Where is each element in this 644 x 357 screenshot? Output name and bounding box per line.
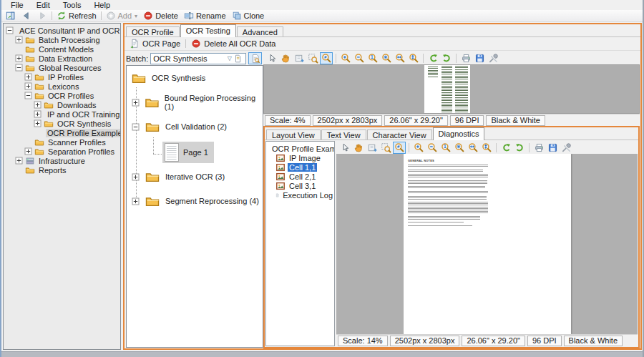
tree-expander-minus-icon[interactable] — [6, 26, 14, 34]
batch-tree-item[interactable]: Bound Region Processing (1) — [127, 93, 263, 112]
zoom-fit-height-button[interactable] — [480, 142, 493, 154]
batch-tree-item[interactable]: Segment Reprocessing (4) — [127, 192, 263, 210]
nav-tree-item[interactable]: OCR Profile Example — [4, 128, 120, 137]
zoom-actual-button[interactable]: 1 — [366, 52, 379, 64]
nav-tree-item[interactable]: ACE Consultant IP and OCR — [4, 26, 120, 35]
rotate-ccw-button[interactable] — [426, 52, 439, 64]
tab-ocr-testing[interactable]: OCR Testing — [180, 24, 236, 37]
zoom-in-button[interactable] — [412, 142, 425, 154]
diagnostics-tree-item[interactable]: IP Image — [268, 153, 334, 162]
save-button[interactable] — [546, 142, 559, 154]
tab-diagnostics[interactable]: Diagnostics — [433, 127, 485, 140]
tab-text-view[interactable]: Text View — [321, 129, 366, 140]
navigate-panel-button[interactable] — [3, 11, 19, 21]
pan-button[interactable] — [279, 52, 292, 64]
menu-tools[interactable]: Tools — [57, 0, 88, 10]
delete-button[interactable]: Delete — [140, 11, 181, 21]
ocr-page-button[interactable]: OCR Page — [127, 39, 182, 49]
nav-tree-item[interactable]: Reports — [4, 165, 120, 175]
nav-tree-item[interactable]: OCR Synthesis — [4, 119, 120, 128]
nav-tree-item[interactable]: IP and OCR Training — [4, 109, 120, 119]
tree-expander-plus-icon[interactable] — [132, 173, 140, 181]
refresh-button[interactable]: Refresh — [54, 11, 99, 21]
save-button[interactable] — [473, 52, 486, 64]
batch-tree-item[interactable]: Iterative OCR (3) — [127, 167, 263, 186]
nav-tree-item[interactable]: OCR Profiles — [4, 91, 120, 100]
diagnostics-tree-item[interactable]: Cell 3,1 — [268, 181, 334, 190]
tree-expander-minus-icon[interactable] — [24, 92, 32, 99]
batch-picker-icon[interactable] — [233, 54, 243, 64]
back-button[interactable] — [19, 11, 34, 21]
document-page[interactable]: GENERAL NOTES — [404, 154, 571, 334]
rotate-cw-button[interactable] — [440, 52, 453, 64]
pointer-button[interactable] — [265, 52, 278, 64]
tab-ocr-profile[interactable]: OCR Profile — [126, 26, 180, 37]
batch-filter-icon[interactable]: ▽ — [228, 55, 232, 62]
zoom-fit-button[interactable] — [380, 52, 393, 64]
nav-tree-item[interactable]: Scanner Profiles — [4, 137, 120, 147]
nav-tree-item[interactable]: Data Extraction — [4, 54, 120, 63]
tree-expander-plus-icon[interactable] — [132, 197, 140, 205]
tree-expander-plus-icon[interactable] — [34, 119, 42, 127]
zoom-fit-height-button[interactable] — [407, 52, 420, 64]
diagnostics-tree-item[interactable]: OCR Profile Example — [268, 144, 334, 153]
tree-expander-plus-icon[interactable] — [34, 110, 42, 118]
zoom-fit-button[interactable] — [453, 142, 466, 154]
tree-expander-minus-icon[interactable] — [132, 123, 140, 131]
nav-tree-item[interactable]: Downloads — [4, 100, 120, 109]
tree-expander-plus-icon[interactable] — [24, 147, 32, 155]
diagnostics-tree-item[interactable]: Cell 2,1 — [268, 172, 334, 181]
tree-expander-plus-icon[interactable] — [34, 101, 42, 109]
nav-tree-item[interactable]: Infrastructure — [4, 156, 120, 165]
zoom-fit-width-button[interactable] — [394, 52, 406, 64]
batch-combobox[interactable]: OCR Synthesis ▽ — [150, 53, 246, 64]
rotate-ccw-button[interactable] — [499, 142, 512, 154]
tab-character-view[interactable]: Character View — [367, 129, 432, 140]
zoom-actual-button[interactable]: 1 — [439, 142, 452, 154]
batch-tree-item[interactable]: Cell Validation (2) — [127, 117, 263, 136]
zoom-in-button[interactable] — [339, 52, 352, 64]
page-details-toggle-button[interactable] — [248, 52, 262, 64]
settings-button[interactable] — [487, 52, 499, 64]
pointer-button[interactable] — [338, 142, 351, 154]
zoom-dynamic-button[interactable] — [393, 142, 406, 154]
zoom-marquee-button[interactable] — [379, 142, 392, 154]
nav-tree-item[interactable]: IP Profiles — [4, 72, 120, 82]
tree-expander-plus-icon[interactable] — [132, 99, 140, 107]
settings-button[interactable] — [560, 142, 572, 154]
tree-expander-plus-icon[interactable] — [15, 36, 23, 44]
select-region-button[interactable] — [366, 142, 379, 154]
tab-layout-view[interactable]: Layout View — [266, 129, 321, 140]
tree-expander-plus-icon[interactable] — [15, 54, 23, 62]
delete-all-ocr-data-button[interactable]: Delete All OCR Data — [189, 39, 278, 49]
zoom-out-button[interactable] — [353, 52, 366, 64]
menu-file[interactable]: File — [4, 0, 30, 10]
zoom-marquee-button[interactable] — [306, 52, 319, 64]
document-viewer[interactable]: GENERAL NOTES — [336, 154, 638, 334]
batch-tree-item[interactable]: Page 1 — [127, 142, 263, 163]
nav-tree-item[interactable]: Content Models — [4, 44, 120, 54]
tree-expander-plus-icon[interactable] — [24, 73, 32, 81]
page-thumbnail-viewer[interactable] — [263, 64, 640, 114]
nav-tree-item[interactable]: Lexicons — [4, 82, 120, 91]
page-thumbnail[interactable] — [424, 65, 470, 113]
tree-expander-minus-icon[interactable] — [15, 64, 23, 72]
zoom-out-button[interactable] — [426, 142, 439, 154]
rotate-cw-button[interactable] — [513, 142, 526, 154]
print-button[interactable] — [459, 52, 472, 64]
page-item-selected[interactable]: Page 1 — [162, 142, 214, 163]
nav-tree-item[interactable]: Global Resources — [4, 63, 120, 72]
tab-advanced[interactable]: Advanced — [237, 26, 283, 37]
select-region-button[interactable] — [293, 52, 306, 64]
print-button[interactable] — [532, 142, 545, 154]
rename-button[interactable]: Rename — [181, 11, 229, 21]
zoom-fit-width-button[interactable] — [467, 142, 479, 154]
zoom-dynamic-button[interactable] — [320, 52, 333, 64]
tree-expander-plus-icon[interactable] — [24, 82, 32, 90]
menu-edit[interactable]: Edit — [30, 0, 57, 10]
pan-button[interactable] — [352, 142, 365, 154]
tree-expander-plus-icon[interactable] — [15, 157, 23, 165]
diagnostics-tree-item[interactable]: Cell 1,1 — [268, 162, 334, 172]
clone-button[interactable]: Clone — [229, 11, 268, 21]
nav-tree-item[interactable]: Separation Profiles — [4, 147, 120, 156]
